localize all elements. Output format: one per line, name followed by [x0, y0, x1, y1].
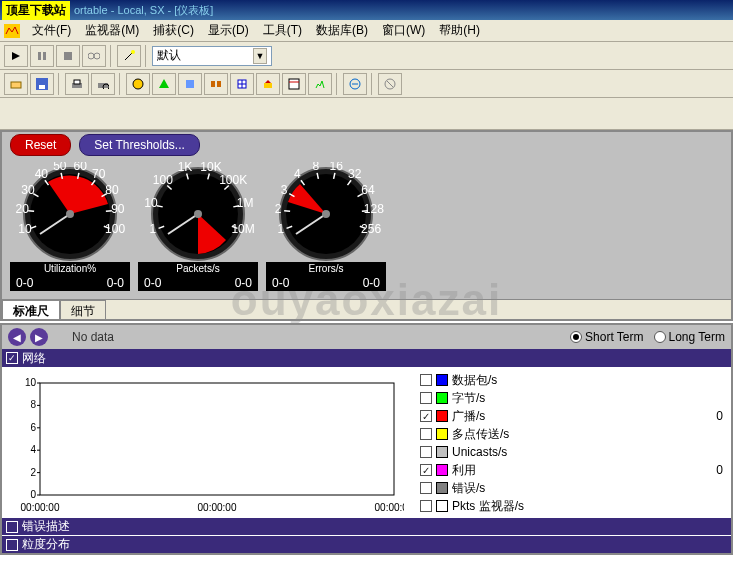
tool-btn-1[interactable]: [126, 73, 150, 95]
checkbox-icon: [420, 482, 432, 494]
tool-btn-9[interactable]: [343, 73, 367, 95]
menu-database[interactable]: 数据库(B): [310, 20, 374, 41]
svg-rect-0: [4, 24, 20, 38]
legend-label: 广播/s: [452, 408, 485, 425]
separator-icon: [371, 73, 374, 95]
set-thresholds-button[interactable]: Set Thresholds...: [79, 134, 200, 156]
error-section-header[interactable]: 错误描述: [2, 517, 731, 535]
prev-button[interactable]: ◀: [8, 328, 26, 346]
spacer: [0, 98, 733, 130]
svg-rect-7: [11, 82, 21, 88]
no-data-label: No data: [72, 330, 114, 344]
menu-help[interactable]: 帮助(H): [433, 20, 486, 41]
svg-text:32: 32: [348, 167, 362, 181]
dashboard-tabs: 标准尺 细节: [2, 299, 731, 319]
legend-label: Pkts 监视器/s: [452, 498, 524, 515]
svg-rect-19: [264, 83, 272, 88]
title-badge: 顶星下载站: [2, 1, 70, 20]
svg-text:1: 1: [150, 222, 157, 236]
svg-text:60: 60: [73, 162, 87, 173]
svg-text:70: 70: [92, 167, 106, 181]
profile-combo[interactable]: 默认 ▼: [152, 46, 272, 66]
gauge-val-left: 0-0: [272, 276, 289, 290]
svg-text:100K: 100K: [219, 173, 247, 187]
radio-icon: [654, 331, 666, 343]
svg-text:3: 3: [281, 183, 288, 197]
chart-body: 024681000:00:0000:00:0000:00:00 数据包/s 字节…: [2, 367, 731, 517]
menu-file[interactable]: 文件(F): [26, 20, 77, 41]
svg-text:00:00:00: 00:00:00: [21, 502, 60, 513]
legend-row-3[interactable]: 多点传送/s: [420, 425, 723, 443]
color-swatch: [436, 428, 448, 440]
menu-tools[interactable]: 工具(T): [257, 20, 308, 41]
save-button[interactable]: [30, 73, 54, 95]
legend-row-1[interactable]: 字节/s: [420, 389, 723, 407]
gauge-val-right: 0-0: [363, 276, 380, 290]
svg-rect-15: [186, 80, 194, 88]
stop-button[interactable]: [56, 45, 80, 67]
legend-row-7[interactable]: Pkts 监视器/s: [420, 497, 723, 515]
tab-detail[interactable]: 细节: [60, 300, 106, 319]
dashboard-header: Reset Set Thresholds...: [2, 132, 731, 158]
tool-btn-2[interactable]: [152, 73, 176, 95]
legend-row-5[interactable]: ✓ 利用 0: [420, 461, 723, 479]
pause-button[interactable]: [30, 45, 54, 67]
legend-value: 0: [716, 409, 723, 423]
svg-text:1: 1: [278, 222, 285, 236]
color-swatch: [436, 392, 448, 404]
gauge-label: Errors/s: [266, 262, 386, 275]
size-section-header[interactable]: 粒度分布: [2, 535, 731, 553]
binoculars-button[interactable]: [82, 45, 106, 67]
svg-rect-9: [39, 85, 45, 89]
tool-btn-7[interactable]: [282, 73, 306, 95]
tool-btn-8[interactable]: [308, 73, 332, 95]
legend-area: 数据包/s 字节/s ✓ 广播/s 0 多点传送/s Unicasts/s ✓ …: [412, 367, 731, 517]
color-swatch: [436, 410, 448, 422]
next-button[interactable]: ▶: [30, 328, 48, 346]
svg-text:100: 100: [105, 222, 125, 236]
tool-btn-4[interactable]: [204, 73, 228, 95]
open-button[interactable]: [4, 73, 28, 95]
menu-capture[interactable]: 捕获(C): [147, 20, 200, 41]
svg-text:80: 80: [105, 183, 119, 197]
menu-monitor[interactable]: 监视器(M): [79, 20, 145, 41]
svg-text:2: 2: [275, 202, 282, 216]
long-term-radio[interactable]: Long Term: [654, 330, 725, 344]
menu-display[interactable]: 显示(D): [202, 20, 255, 41]
tool-btn-10[interactable]: [378, 73, 402, 95]
legend-row-6[interactable]: 错误/s: [420, 479, 723, 497]
color-swatch: [436, 500, 448, 512]
legend-row-2[interactable]: ✓ 广播/s 0: [420, 407, 723, 425]
gauge-val-left: 0-0: [16, 276, 33, 290]
separator-icon: [110, 45, 113, 67]
reset-button[interactable]: Reset: [10, 134, 71, 156]
svg-point-90: [322, 210, 330, 218]
play-button[interactable]: [4, 45, 28, 67]
separator-icon: [58, 73, 61, 95]
svg-rect-91: [40, 383, 394, 495]
svg-text:4: 4: [294, 167, 301, 181]
svg-text:8: 8: [312, 162, 319, 173]
svg-rect-2: [43, 52, 46, 60]
legend-row-0[interactable]: 数据包/s: [420, 371, 723, 389]
tool-btn-5[interactable]: [230, 73, 254, 95]
legend-row-4[interactable]: Unicasts/s: [420, 443, 723, 461]
checkbox-icon: ✓: [6, 352, 18, 364]
separator-icon: [336, 73, 339, 95]
print-preview-button[interactable]: [91, 73, 115, 95]
wand-button[interactable]: [117, 45, 141, 67]
chart-area: 024681000:00:0000:00:0000:00:00: [2, 367, 412, 517]
network-section-header[interactable]: ✓ 网络: [2, 349, 731, 367]
combo-value: 默认: [157, 47, 181, 64]
tool-btn-6[interactable]: [256, 73, 280, 95]
tab-standard[interactable]: 标准尺: [2, 300, 60, 319]
tool-btn-3[interactable]: [178, 73, 202, 95]
menu-window[interactable]: 窗口(W): [376, 20, 431, 41]
svg-rect-11: [74, 80, 80, 84]
gauge-1: 1101001K10K100K1M10M Packets/s 0-00-0: [138, 162, 258, 291]
short-term-radio[interactable]: Short Term: [570, 330, 643, 344]
separator-icon: [119, 73, 122, 95]
print-button[interactable]: [65, 73, 89, 95]
svg-point-66: [194, 210, 202, 218]
checkbox-icon: [6, 539, 18, 551]
